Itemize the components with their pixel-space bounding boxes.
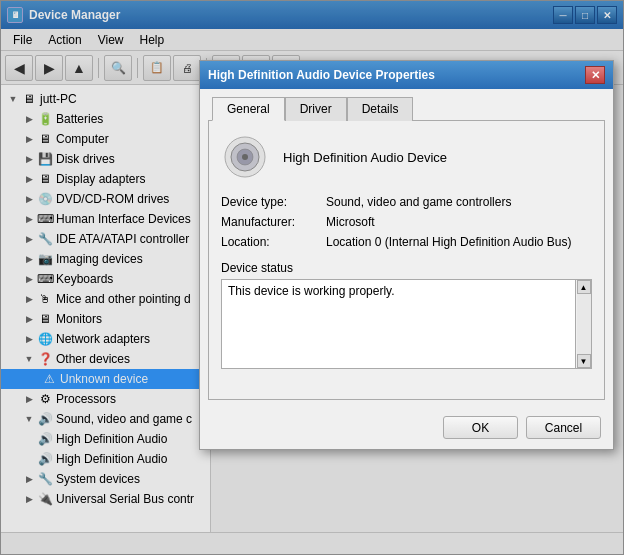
device-type-value: Sound, video and game controllers: [326, 195, 511, 209]
tab-content-general: High Definition Audio Device Device type…: [208, 120, 605, 400]
status-box: This device is working properly. ▲ ▼: [221, 279, 592, 369]
manufacturer-value: Microsoft: [326, 215, 375, 229]
dialog-body: General Driver Details: [200, 89, 613, 408]
location-row: Location: Location 0 (Internal High Defi…: [221, 235, 592, 249]
location-value: Location 0 (Internal High Definition Aud…: [326, 235, 571, 249]
dialog-buttons: OK Cancel: [200, 408, 613, 449]
svg-point-3: [242, 154, 248, 160]
location-label: Location:: [221, 235, 326, 249]
device-type-label: Device type:: [221, 195, 326, 209]
device-properties: Device type: Sound, video and game contr…: [221, 195, 592, 249]
dialog-title: High Definition Audio Device Properties: [208, 68, 585, 82]
status-scrollbar[interactable]: ▲ ▼: [575, 280, 591, 368]
dialog-overlay: High Definition Audio Device Properties …: [0, 0, 624, 555]
scroll-up-arrow[interactable]: ▲: [577, 280, 591, 294]
device-type-row: Device type: Sound, video and game contr…: [221, 195, 592, 209]
tab-details[interactable]: Details: [347, 97, 414, 121]
properties-dialog: High Definition Audio Device Properties …: [199, 60, 614, 450]
device-header: High Definition Audio Device: [221, 133, 592, 181]
manufacturer-label: Manufacturer:: [221, 215, 326, 229]
dialog-title-bar: High Definition Audio Device Properties …: [200, 61, 613, 89]
tab-bar: General Driver Details: [208, 97, 605, 121]
status-message: This device is working properly.: [228, 284, 395, 298]
cancel-button[interactable]: Cancel: [526, 416, 601, 439]
device-name: High Definition Audio Device: [283, 150, 447, 165]
ok-button[interactable]: OK: [443, 416, 518, 439]
status-section-label: Device status: [221, 261, 592, 275]
tab-driver[interactable]: Driver: [285, 97, 347, 121]
manufacturer-row: Manufacturer: Microsoft: [221, 215, 592, 229]
scroll-down-arrow[interactable]: ▼: [577, 354, 591, 368]
status-section: Device status This device is working pro…: [221, 261, 592, 369]
dialog-close-button[interactable]: ✕: [585, 66, 605, 84]
scroll-track[interactable]: [577, 294, 591, 354]
device-icon: [221, 133, 269, 181]
tab-general[interactable]: General: [212, 97, 285, 121]
